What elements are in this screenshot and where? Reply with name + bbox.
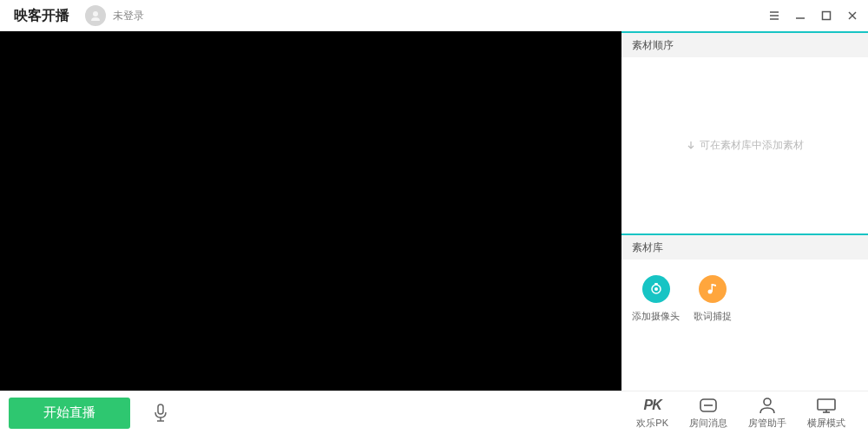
svg-point-10 <box>654 287 658 291</box>
svg-point-0 <box>93 11 98 16</box>
message-icon <box>698 396 719 415</box>
hamburger-icon <box>768 10 780 21</box>
svg-rect-14 <box>158 404 163 414</box>
menu-button[interactable] <box>767 9 781 23</box>
add-camera-label: 添加摄像头 <box>632 310 680 323</box>
main-area: 素材顺序 可在素材库中添加素材 素材库 <box>0 31 868 391</box>
room-admin-tool[interactable]: 房管助手 <box>748 396 786 430</box>
lyrics-capture-label: 歌词捕捉 <box>694 310 732 323</box>
material-library-header: 素材库 <box>621 233 868 260</box>
mic-icon <box>152 403 169 424</box>
material-order-header: 素材顺序 <box>621 31 868 57</box>
maximize-button[interactable] <box>819 9 833 23</box>
maximize-icon <box>821 10 832 21</box>
material-library-body: 添加摄像头 歌词捕捉 <box>621 260 868 391</box>
empty-hint: 可在素材库中添加素材 <box>686 138 804 153</box>
pk-tool[interactable]: PK 欢乐PK <box>636 396 668 430</box>
start-stream-button[interactable]: 开始直播 <box>9 398 130 429</box>
minimize-icon <box>795 10 806 21</box>
svg-rect-5 <box>823 12 831 20</box>
close-button[interactable] <box>845 9 859 23</box>
room-admin-label: 房管助手 <box>748 417 786 430</box>
material-order-body: 可在素材库中添加素材 <box>621 57 868 233</box>
titlebar: 映客开播 未登录 <box>0 0 868 31</box>
lyrics-capture-item[interactable]: 歌词捕捉 <box>694 275 732 323</box>
sidebar: 素材顺序 可在素材库中添加素材 素材库 <box>621 31 868 391</box>
svg-rect-11 <box>654 283 658 285</box>
arrow-down-icon <box>686 141 696 151</box>
landscape-mode-tool[interactable]: 横屏模式 <box>807 396 845 430</box>
video-preview[interactable] <box>0 31 621 391</box>
app-title: 映客开播 <box>14 7 69 25</box>
landscape-label: 横屏模式 <box>807 417 845 430</box>
pk-label: 欢乐PK <box>636 417 668 430</box>
room-message-tool[interactable]: 房间消息 <box>689 396 727 430</box>
admin-icon <box>758 396 777 415</box>
avatar-icon <box>89 9 102 23</box>
svg-rect-20 <box>818 399 835 410</box>
svg-point-19 <box>764 398 771 405</box>
empty-hint-text: 可在素材库中添加素材 <box>700 138 804 153</box>
bottom-toolbar: 开始直播 PK 欢乐PK 房间消息 <box>0 391 868 434</box>
add-camera-item[interactable]: 添加摄像头 <box>632 275 680 323</box>
avatar[interactable] <box>85 5 106 26</box>
camera-icon <box>642 275 670 303</box>
minimize-button[interactable] <box>793 9 807 23</box>
mic-button[interactable] <box>148 400 174 426</box>
window-controls <box>767 9 859 23</box>
close-icon <box>847 10 858 21</box>
landscape-icon <box>815 396 838 415</box>
svg-rect-13 <box>712 284 713 292</box>
pk-icon: PK <box>644 396 661 415</box>
login-status[interactable]: 未登录 <box>113 9 144 23</box>
room-message-label: 房间消息 <box>689 417 727 430</box>
lyrics-icon <box>699 275 727 303</box>
